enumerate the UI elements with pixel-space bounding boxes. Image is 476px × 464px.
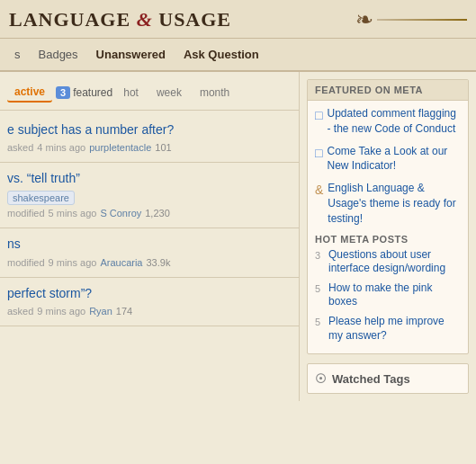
hot-item-1: 3 Questions about user interface design/… xyxy=(315,248,461,276)
theme-icon: & xyxy=(315,182,323,200)
featured-badge: 3 xyxy=(56,86,70,99)
filter-tabs: active 3 featured hot week month xyxy=(0,79,299,111)
meta-item-3: & English Language & Usage's theme is re… xyxy=(315,181,461,226)
watched-tags-header[interactable]: ☉ Watched Tags xyxy=(308,364,468,393)
tag-shakespeare[interactable]: shakespeare xyxy=(7,191,75,205)
meta-type-4: asked xyxy=(7,306,33,317)
hot-meta-section: HOT META POSTS 3 Questions about user in… xyxy=(315,234,461,344)
nav-item-unanswered[interactable]: Unanswered xyxy=(87,39,175,70)
meta-text-2[interactable]: Come Take a Look at our New Indicator! xyxy=(327,144,461,174)
hot-text-3[interactable]: Please help me improve my answer? xyxy=(328,315,461,343)
featured-meta-content: □ Updated comment flagging - the new Cod… xyxy=(308,101,468,353)
user-rep-2: 1,230 xyxy=(145,208,170,219)
featured-tab-label: featured xyxy=(73,86,112,99)
hot-count-2: 5 xyxy=(315,282,324,295)
meta-type-3: modified xyxy=(7,257,45,268)
tab-featured[interactable]: 3 featured xyxy=(56,86,112,99)
meta-time-4: 9 mins ago xyxy=(37,306,85,317)
question-title-4[interactable]: perfect storm”? xyxy=(7,285,292,301)
sidebar: FEATURED ON META □ Updated comment flagg… xyxy=(300,72,476,401)
question-item-4: perfect storm”? asked 9 mins ago Ryan 17… xyxy=(0,278,299,326)
meta-text-3[interactable]: English Language & Usage's theme is read… xyxy=(328,181,461,226)
user-rep-4: 174 xyxy=(116,306,132,317)
meta-item-2: □ Come Take a Look at our New Indicator! xyxy=(315,144,461,174)
question-title-1[interactable]: e subject has a number after? xyxy=(7,121,292,138)
meta-time-2: 5 mins ago xyxy=(49,208,97,219)
user-link-2[interactable]: S Conroy xyxy=(100,208,141,219)
question-meta-2b: modified 5 mins ago S Conroy 1,230 xyxy=(7,208,292,219)
hot-meta-header: HOT META POSTS xyxy=(315,234,461,245)
meta-time-3: 9 mins ago xyxy=(49,257,97,268)
question-title-3[interactable]: ns xyxy=(7,236,292,252)
header-ornament-icon: ❧ xyxy=(355,7,373,32)
user-link-1[interactable]: purpletentacle xyxy=(89,142,151,153)
tab-hot[interactable]: hot xyxy=(116,84,146,102)
hot-item-2: 5 How to make the pink boxes xyxy=(315,281,461,309)
nav-item-badges[interactable]: Badges xyxy=(30,39,87,70)
nav-item-ask-question[interactable]: Ask Question xyxy=(175,39,268,70)
question-item-1: e subject has a number after? asked 4 mi… xyxy=(0,114,299,163)
site-header: LANGUAGE & USAGE ❧ xyxy=(0,0,476,39)
question-meta-2: shakespeare xyxy=(7,191,292,205)
user-rep-1: 101 xyxy=(155,142,171,153)
user-rep-3: 33.9k xyxy=(146,257,170,268)
comment-flag-icon: □ xyxy=(315,107,322,125)
question-title-2[interactable]: vs. “tell truth” xyxy=(7,170,292,186)
main-container: active 3 featured hot week month e subje… xyxy=(0,72,476,401)
eye-icon: ☉ xyxy=(315,371,327,386)
tab-month[interactable]: month xyxy=(193,84,237,102)
title-ampersand: & xyxy=(137,8,159,31)
tab-active[interactable]: active xyxy=(7,83,52,103)
watched-tags-box: ☉ Watched Tags xyxy=(307,363,469,394)
question-meta-4: asked 9 mins ago Ryan 174 xyxy=(7,306,292,317)
header-line xyxy=(377,19,467,21)
featured-meta-box: FEATURED ON META □ Updated comment flagg… xyxy=(307,79,469,354)
question-meta-1: asked 4 mins ago purpletentacle 101 xyxy=(7,142,292,153)
title-part2: USAGE xyxy=(158,8,231,31)
hot-item-3: 5 Please help me improve my answer? xyxy=(315,315,461,343)
meta-type-1: asked xyxy=(7,142,33,153)
meta-text-1[interactable]: Updated comment flagging - the new Code … xyxy=(327,106,461,137)
hot-text-2[interactable]: How to make the pink boxes xyxy=(328,281,461,309)
questions-column: active 3 featured hot week month e subje… xyxy=(0,72,300,401)
user-link-3[interactable]: Araucaria xyxy=(100,257,142,268)
title-part1: LANGUAGE xyxy=(9,8,130,31)
hot-text-1[interactable]: Questions about user interface design/wo… xyxy=(328,248,461,276)
indicator-icon: □ xyxy=(315,145,322,163)
meta-time-1: 4 mins ago xyxy=(37,142,85,153)
site-title: LANGUAGE & USAGE xyxy=(9,8,231,31)
header-decoration: ❧ xyxy=(355,7,467,32)
hot-count-1: 3 xyxy=(315,249,324,262)
tab-week[interactable]: week xyxy=(149,84,189,102)
hot-count-3: 5 xyxy=(315,316,324,328)
meta-item-1: □ Updated comment flagging - the new Cod… xyxy=(315,106,461,137)
nav-item-s[interactable]: s xyxy=(5,39,30,70)
meta-type-2: modified xyxy=(7,208,45,219)
user-link-4[interactable]: Ryan xyxy=(89,306,112,317)
nav-bar: s Badges Unanswered Ask Question xyxy=(0,39,476,72)
question-item-3: ns modified 9 mins ago Araucaria 33.9k xyxy=(0,228,299,277)
featured-meta-header: FEATURED ON META xyxy=(308,80,468,101)
question-item-2: vs. “tell truth” shakespeare modified 5 … xyxy=(0,163,299,228)
question-meta-3: modified 9 mins ago Araucaria 33.9k xyxy=(7,257,292,268)
watched-tags-label: Watched Tags xyxy=(332,372,410,386)
